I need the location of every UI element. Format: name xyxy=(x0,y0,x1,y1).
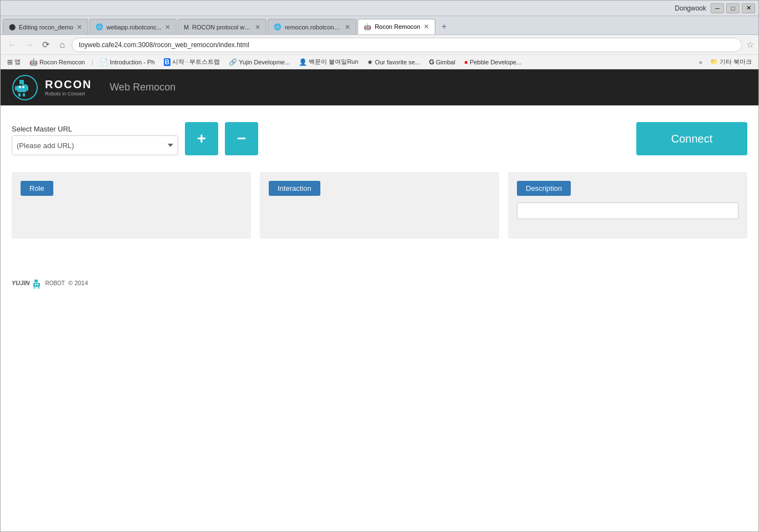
tab-close-tab5[interactable]: ✕ xyxy=(424,23,429,31)
logo-text-group: ROCON Robots in Concert xyxy=(45,78,92,97)
minimize-button[interactable]: ─ xyxy=(711,3,724,13)
url-select-group: Select Master URL (Please add URL) xyxy=(12,125,178,155)
bookmarks-bar: ⊞ 앱 🤖 Rocon Remocon | 📄 Introduction - P… xyxy=(1,55,758,69)
rocon-favicon: 🤖 xyxy=(29,58,38,66)
more-label: » xyxy=(699,59,702,65)
interaction-button[interactable]: Interaction xyxy=(269,181,320,196)
svg-point-14 xyxy=(35,284,37,286)
tab-label-tab2: webapp.robotconc... xyxy=(107,24,162,31)
tab-tab1[interactable]: ⬤Editing rocon_demo✕ xyxy=(3,19,88,34)
reload-button[interactable]: ⟳ xyxy=(38,38,53,52)
footer-logo: YUJIN ROBOT xyxy=(12,277,65,288)
bookmark-star-icon[interactable]: ☆ xyxy=(746,39,754,50)
bookmark-rocon-remocon[interactable]: 🤖 Rocon Remocon xyxy=(26,57,88,67)
bookmark-gimbal[interactable]: G Gimbal xyxy=(426,57,459,67)
connect-button[interactable]: Connect xyxy=(636,122,747,155)
bookmark-favorite-label: Our favorite se... xyxy=(375,59,420,65)
tab-close-tab4[interactable]: ✕ xyxy=(345,23,350,31)
bookmark-gimbal-label: Gimbal xyxy=(436,59,455,65)
bookmarks-more-button[interactable]: » xyxy=(697,58,705,67)
tab-tab3[interactable]: MROCON protocol we...✕ xyxy=(178,19,267,34)
description-input[interactable] xyxy=(517,202,738,219)
rocon-logo-icon: R xyxy=(12,74,38,101)
forward-button[interactable]: → xyxy=(22,38,36,52)
svg-rect-13 xyxy=(38,287,39,288)
svg-point-9 xyxy=(22,86,24,88)
footer: YUJIN ROBOT © 2014 xyxy=(1,272,758,294)
bookmark-yujin[interactable]: 🔗 Yujin Developme... xyxy=(225,57,293,67)
home-button[interactable]: ⌂ xyxy=(55,38,69,52)
title-bar-username: Dongwook xyxy=(675,4,706,12)
apps-icon: ⊞ xyxy=(7,58,13,66)
bookmark-bootstrap[interactable]: B 시작 · 부트스트랩 xyxy=(160,57,224,67)
bookmark-pebble[interactable]: ● Pebble Develope... xyxy=(461,57,525,67)
svg-rect-5 xyxy=(23,93,25,97)
description-button[interactable]: Description xyxy=(517,181,571,196)
folder-icon: 📁 xyxy=(710,58,718,65)
tab-close-tab2[interactable]: ✕ xyxy=(165,23,170,31)
footer-robot-label: ROBOT xyxy=(45,280,65,286)
tab-favicon-tab4: 🌐 xyxy=(274,23,282,31)
role-button[interactable]: Role xyxy=(21,181,53,196)
tab-label-tab5: Rocon Remocon xyxy=(375,23,420,30)
url-label: Select Master URL xyxy=(12,125,178,133)
folder-label: 기타 북마크 xyxy=(720,58,752,66)
close-button[interactable]: ✕ xyxy=(742,3,755,13)
main-content: Select Master URL (Please add URL) + − C… xyxy=(1,105,758,272)
pebble-icon: ● xyxy=(464,58,468,66)
page-content: R ROCON Robots in Concert Web Remocon xyxy=(1,69,758,531)
back-button[interactable]: ← xyxy=(5,38,19,52)
intro-icon: 📄 xyxy=(100,58,108,66)
logo-rocon-text: ROCON xyxy=(45,78,92,91)
bookmark-introduction[interactable]: 📄 Introduction - Ph xyxy=(97,57,158,67)
remove-url-button[interactable]: − xyxy=(225,122,258,155)
svg-point-15 xyxy=(37,284,39,286)
footer-robot-icon xyxy=(32,277,43,288)
nav-bar: ← → ⟳ ⌂ toyweb.cafe24.com:3008/rocon_web… xyxy=(1,35,758,55)
url-select[interactable]: (Please add URL) xyxy=(12,135,178,155)
tab-close-tab3[interactable]: ✕ xyxy=(255,23,260,31)
maximize-button[interactable]: □ xyxy=(726,3,740,13)
bootstrap-icon: B xyxy=(164,58,171,66)
svg-rect-12 xyxy=(34,287,36,288)
url-section: Select Master URL (Please add URL) + − C… xyxy=(12,122,747,155)
tab-favicon-tab2: 🌐 xyxy=(95,23,103,31)
bookmark-intro-label: Introduction - Ph xyxy=(110,59,155,65)
footer-brand: YUJIN xyxy=(12,280,29,286)
svg-rect-6 xyxy=(15,86,17,90)
svg-rect-10 xyxy=(34,280,38,282)
tab-label-tab4: remocon.robotconc... xyxy=(285,24,341,31)
svg-point-8 xyxy=(19,86,21,88)
new-tab-button[interactable]: + xyxy=(436,19,452,34)
bookmark-yujin-label: Yujin Developme... xyxy=(239,59,290,65)
gimbal-icon: G xyxy=(429,58,434,66)
tab-favicon-tab5: 🤖 xyxy=(364,23,371,31)
app-header: R ROCON Robots in Concert Web Remocon xyxy=(1,69,758,105)
tab-tab2[interactable]: 🌐webapp.robotconc...✕ xyxy=(89,19,177,34)
description-panel: Description xyxy=(508,172,747,239)
baengmun-icon: 👤 xyxy=(299,58,307,66)
bookmark-baengmun-label: 백문이 불여일Run xyxy=(309,58,358,66)
title-bar: Dongwook ─ □ ✕ xyxy=(1,1,758,16)
logo-area: R ROCON Robots in Concert Web Remocon xyxy=(12,74,175,101)
tab-close-tab1[interactable]: ✕ xyxy=(77,23,82,31)
bookmark-apps[interactable]: ⊞ 앱 xyxy=(4,57,24,67)
bookmark-pebble-label: Pebble Develope... xyxy=(470,59,521,65)
svg-rect-11 xyxy=(33,283,40,287)
tab-tab5[interactable]: 🤖Rocon Remocon✕ xyxy=(358,19,435,34)
svg-rect-2 xyxy=(19,80,24,84)
bookmarks-folder[interactable]: 📁 기타 북마크 xyxy=(707,57,755,67)
interaction-panel: Interaction xyxy=(260,172,499,239)
add-url-button[interactable]: + xyxy=(185,122,218,155)
app-title: Web Remocon xyxy=(109,82,175,93)
svg-rect-4 xyxy=(18,93,21,97)
tab-tab4[interactable]: 🌐remocon.robotconc...✕ xyxy=(268,19,356,34)
bookmark-favorite[interactable]: ★ Our favorite se... xyxy=(364,57,423,67)
address-bar[interactable]: toyweb.cafe24.com:3008/rocon_web_remocon… xyxy=(72,38,742,52)
bookmark-baengmun[interactable]: 👤 백문이 불여일Run xyxy=(295,57,361,67)
browser-window: Dongwook ─ □ ✕ ⬤Editing rocon_demo✕🌐weba… xyxy=(0,0,759,532)
bookmark-apps-label: 앱 xyxy=(14,58,21,66)
tab-favicon-tab3: M xyxy=(184,24,189,31)
address-text: toyweb.cafe24.com:3008/rocon_web_remocon… xyxy=(79,41,249,49)
tab-favicon-tab1: ⬤ xyxy=(9,23,16,31)
